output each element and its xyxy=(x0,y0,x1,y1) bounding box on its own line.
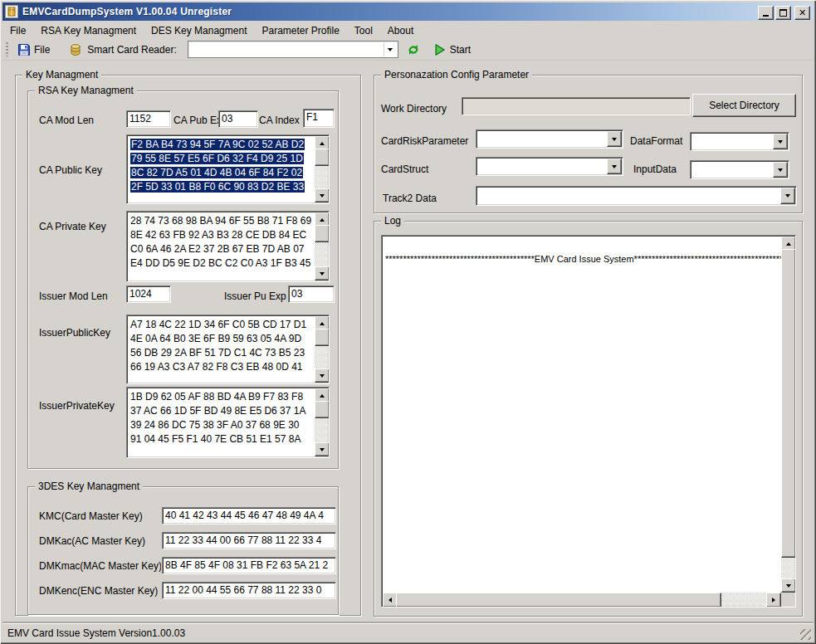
scrollbar-thumb[interactable] xyxy=(315,225,330,242)
combo-dropdown-button[interactable] xyxy=(607,131,622,147)
save-icon xyxy=(17,43,31,56)
smart-card-reader-icon[interactable] xyxy=(69,43,82,56)
issuer-public-key-textarea[interactable]: A7 18 4C 22 1D 34 6F C0 5B CD 17 D1 4E 0… xyxy=(126,315,330,384)
close-button[interactable]: ✕ xyxy=(794,6,810,20)
menu-tool[interactable]: Tool xyxy=(347,23,380,38)
work-directory-label: Work Directory xyxy=(381,103,447,115)
toolbar-gripper[interactable] xyxy=(6,42,8,56)
vertical-scrollbar[interactable] xyxy=(315,388,328,456)
kmc-input[interactable]: 40 41 42 43 44 45 46 47 48 49 4A 4 xyxy=(162,507,336,524)
scrollbar-thumb[interactable] xyxy=(781,249,796,558)
combo-dropdown-button[interactable] xyxy=(607,159,622,174)
arrow-down-icon xyxy=(320,374,325,378)
track2-data-combobox[interactable] xyxy=(476,186,797,206)
menu-rsa-key-managment[interactable]: RSA Key Managment xyxy=(33,23,144,38)
scroll-down-button[interactable] xyxy=(315,368,330,383)
log-textarea[interactable]: ****************************************… xyxy=(381,235,796,607)
card-risk-parameter-combobox[interactable] xyxy=(476,129,623,149)
data-format-combobox[interactable] xyxy=(690,132,789,151)
title-bar[interactable]: EMVCardDumpSystem V1.00.04 Unregister ✕ xyxy=(2,2,814,21)
hex-line: 2F 5D 33 01 B8 F0 6C 90 83 D2 BE 33 xyxy=(130,180,315,194)
resize-grip[interactable] xyxy=(800,629,811,640)
hex-line: 79 55 8E 57 E5 6F D6 32 F4 D9 25 1D xyxy=(130,152,315,166)
ca-pub-exp-input[interactable]: 03 xyxy=(218,110,258,128)
ca-mod-len-input[interactable]: 1152 xyxy=(126,110,171,128)
combo-dropdown-button[interactable] xyxy=(780,188,795,204)
combo-dropdown-button[interactable] xyxy=(773,134,788,149)
app-window: EMVCardDumpSystem V1.00.04 Unregister ✕ … xyxy=(0,0,816,644)
scrollbar-thumb[interactable] xyxy=(315,329,330,346)
key-managment-group: Key Managment RSA Key Managment CA Mod L… xyxy=(15,75,361,616)
status-text: EMV Card Issue System Version1.00.03 xyxy=(7,627,185,639)
reader-combobox[interactable] xyxy=(188,41,398,58)
scroll-down-button[interactable] xyxy=(315,188,330,202)
arrow-up-icon xyxy=(320,394,325,398)
file-toolbar-label: File xyxy=(34,44,50,56)
dmkenc-input[interactable]: 11 22 00 44 55 66 77 88 11 22 33 0 xyxy=(162,582,336,599)
chevron-down-icon xyxy=(612,165,617,168)
menu-parameter-profile[interactable]: Parameter Profile xyxy=(254,23,346,38)
issuer-private-key-label: IssuerPrivateKey xyxy=(39,400,115,412)
vertical-scrollbar[interactable] xyxy=(315,212,328,281)
scroll-down-button[interactable] xyxy=(781,578,796,593)
hex-line: 1B D9 62 05 AF 88 BD 4A B9 F7 83 F8 xyxy=(130,390,315,404)
scrollbar-thumb[interactable] xyxy=(315,401,330,418)
scroll-down-button[interactable] xyxy=(315,442,330,456)
dmkmac-label: DMKmac(MAC Master Key) xyxy=(39,560,161,572)
window-controls: ✕ xyxy=(758,6,810,20)
arrow-up-icon xyxy=(320,218,325,222)
card-struct-combobox[interactable] xyxy=(476,157,623,176)
combo-dropdown-button[interactable] xyxy=(773,162,788,178)
issuer-pu-exp-input[interactable]: 03 xyxy=(288,285,335,303)
menu-des-key-managment[interactable]: DES Key Managment xyxy=(144,23,254,38)
select-directory-button[interactable]: Select Directory xyxy=(692,94,796,117)
file-toolbar-button[interactable]: File xyxy=(15,42,52,57)
select-directory-label: Select Directory xyxy=(709,100,779,111)
scrollbar-thumb[interactable] xyxy=(315,149,330,166)
arrow-right-icon xyxy=(772,598,775,603)
hex-line: 66 19 A3 C3 A7 82 F8 C3 EB 48 0D 41 xyxy=(130,360,315,374)
arrow-down-icon xyxy=(786,584,791,588)
menu-file[interactable]: File xyxy=(2,23,33,38)
ca-private-key-textarea[interactable]: 28 74 73 68 98 BA 94 6F 55 B8 71 F8 69 8… xyxy=(126,211,330,282)
personalization-group: Personazation Config Parameter Work Dire… xyxy=(374,75,803,213)
input-data-label: InputData xyxy=(633,163,677,175)
chevron-down-icon[interactable] xyxy=(388,48,393,51)
ca-index-input[interactable]: F1 xyxy=(303,109,335,128)
scroll-down-button[interactable] xyxy=(315,266,330,281)
maximize-icon xyxy=(779,9,787,17)
chevron-down-icon xyxy=(785,194,790,198)
work-directory-input[interactable] xyxy=(462,97,691,115)
log-line: ****************************************… xyxy=(385,253,781,265)
refresh-icon[interactable] xyxy=(407,43,420,56)
card-risk-parameter-label: CardRiskParameter xyxy=(381,135,468,147)
data-format-label: DataFormat xyxy=(630,135,682,147)
vertical-scrollbar[interactable] xyxy=(315,316,328,383)
dmkac-input[interactable]: 11 22 33 44 00 66 77 88 11 22 33 4 xyxy=(162,532,336,549)
app-icon xyxy=(5,5,18,18)
hex-line: 91 04 45 F5 F1 40 7E CB 51 E1 57 8A xyxy=(130,432,315,446)
ca-index-label: CA Index xyxy=(259,115,300,126)
issuer-mod-len-input[interactable]: 1024 xyxy=(126,285,171,303)
maximize-button[interactable] xyxy=(775,6,791,20)
scrollbar-thumb[interactable] xyxy=(396,593,721,607)
start-button[interactable]: Start xyxy=(428,43,471,56)
log-group: Log ************************************… xyxy=(374,221,803,617)
minimize-icon xyxy=(763,15,769,17)
arrow-down-icon xyxy=(320,194,325,198)
hex-line: 56 DB 29 2A BF 51 7D C1 4C 73 B5 23 xyxy=(130,346,315,360)
card-struct-label: CardStruct xyxy=(381,163,428,175)
arrow-left-icon xyxy=(388,598,392,603)
menu-about[interactable]: About xyxy=(380,23,421,38)
dmkmac-input[interactable]: 8B 4F 85 4F 08 31 FB F2 63 5A 21 2 xyxy=(162,557,336,574)
minimize-button[interactable] xyxy=(758,6,774,20)
ca-public-key-textarea[interactable]: F2 BA B4 73 94 5F 7A 9C 02 52 AB D2 79 5… xyxy=(126,134,330,204)
start-label: Start xyxy=(450,44,471,56)
input-data-combobox[interactable] xyxy=(690,160,789,179)
key-managment-group-label: Key Managment xyxy=(22,69,101,80)
vertical-scrollbar[interactable] xyxy=(315,136,328,202)
issuer-private-key-textarea[interactable]: 1B D9 62 05 AF 88 BD 4A B9 F7 83 F8 37 A… xyxy=(126,387,330,458)
scroll-right-button[interactable] xyxy=(766,593,781,607)
horizontal-scrollbar[interactable] xyxy=(383,593,781,606)
vertical-scrollbar[interactable] xyxy=(781,237,794,593)
